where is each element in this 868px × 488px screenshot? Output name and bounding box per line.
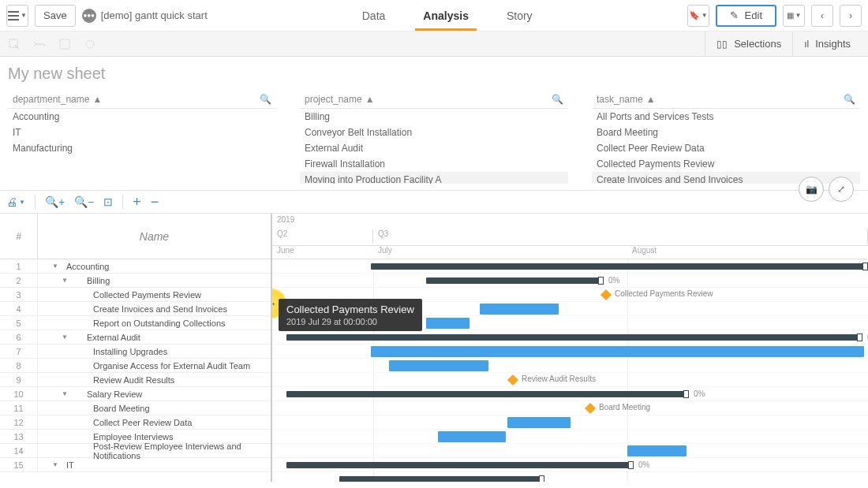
tab-story[interactable]: Story <box>503 0 536 31</box>
milestone-diamond[interactable] <box>507 374 518 386</box>
gantt-row[interactable]: 0% <box>272 387 868 401</box>
table-row[interactable]: 10▼Salary Review <box>0 387 271 401</box>
task-bar[interactable] <box>389 360 488 371</box>
task-bar[interactable] <box>371 346 864 357</box>
gantt-row[interactable] <box>272 415 868 430</box>
step-back-button[interactable] <box>32 36 47 52</box>
gantt-row[interactable] <box>272 472 868 482</box>
clear-selections-button[interactable] <box>57 36 73 52</box>
sort-asc-icon: ▲ <box>92 94 102 105</box>
gantt-row[interactable] <box>272 359 868 373</box>
list-item[interactable]: Billing <box>300 109 568 125</box>
milestone-label: Review Audit Results <box>522 374 596 383</box>
expand-icon[interactable]: ▼ <box>51 263 60 270</box>
gantt-row[interactable]: 0% <box>272 330 868 345</box>
task-bar[interactable] <box>507 417 571 428</box>
gantt-row[interactable]: Board Meeting <box>272 401 868 415</box>
grid-header-name[interactable]: Name <box>38 214 271 259</box>
milestone-diamond[interactable] <box>585 403 596 414</box>
sheets-button[interactable]: ▦▼ <box>783 5 805 27</box>
table-row[interactable]: 5Report on Outstanding Collections <box>0 316 271 330</box>
bookmark-button[interactable]: 🔖▼ <box>687 5 709 27</box>
list-item[interactable]: External Audit <box>300 140 568 156</box>
insights-button[interactable]: ıl Insights <box>792 32 862 56</box>
table-row[interactable]: 8Organise Access for External Audit Team <box>0 359 271 373</box>
summary-bar[interactable] <box>371 263 868 270</box>
tab-data[interactable]: Data <box>359 0 389 31</box>
filter-header[interactable]: task_name▲ 🔍 <box>592 91 860 109</box>
gantt-row[interactable] <box>272 345 868 359</box>
list-item[interactable]: Moving into Production Facility A <box>300 172 568 184</box>
menu-button[interactable]: ▼ <box>6 5 28 27</box>
grid-header-num[interactable]: # <box>0 214 38 259</box>
table-row[interactable]: 7Installing Upgrades <box>0 345 271 359</box>
expand-icon[interactable]: ▼ <box>60 277 69 284</box>
task-bar[interactable] <box>426 318 470 329</box>
list-item[interactable]: Board Meeting <box>592 125 860 140</box>
list-item[interactable]: All Ports and Services Tests <box>592 109 860 125</box>
table-row[interactable]: 9Review Audit Results <box>0 373 271 387</box>
table-row[interactable]: 6▼External Audit <box>0 330 271 345</box>
sheet-title[interactable]: My new sheet <box>8 65 860 83</box>
table-row[interactable]: 15▼IT <box>0 458 271 472</box>
table-row[interactable]: 4Create Invoices and Send Invoices <box>0 302 271 316</box>
step-forward-button[interactable] <box>82 36 98 52</box>
expand-icon[interactable]: ▼ <box>60 390 69 397</box>
gantt-timeline[interactable]: 2019 Q2 Q3 June July August 0%0%Collecte… <box>272 214 868 482</box>
app-icon: ●●● <box>82 9 96 23</box>
expand-icon[interactable]: ▼ <box>60 333 69 341</box>
table-row[interactable]: 2▼Billing <box>0 274 271 288</box>
task-bar[interactable] <box>627 445 687 456</box>
list-item[interactable]: Accounting <box>8 109 276 125</box>
task-tooltip: Collected Payments Review 2019 Jul 29 at… <box>279 299 422 331</box>
list-item[interactable]: Manufacturing <box>8 140 276 156</box>
table-row[interactable]: 1▼Accounting <box>0 259 271 274</box>
summary-bar[interactable] <box>286 334 862 341</box>
list-item[interactable]: Collect Peer Review Data <box>592 140 860 156</box>
expand-icon[interactable]: ▼ <box>51 461 60 468</box>
task-bar[interactable] <box>438 431 506 442</box>
next-sheet-button[interactable]: › <box>840 5 862 27</box>
gantt-row[interactable] <box>272 444 868 458</box>
tab-analysis[interactable]: Analysis <box>420 0 472 31</box>
summary-bar[interactable] <box>426 278 604 284</box>
zoom-fit-button[interactable]: ⊡ <box>103 196 113 208</box>
prev-sheet-button[interactable]: ‹ <box>811 5 833 27</box>
gantt-row[interactable]: Review Audit Results <box>272 373 868 387</box>
gantt-row[interactable]: 0% <box>272 259 868 274</box>
edit-button[interactable]: ✎Edit <box>716 5 776 27</box>
save-button[interactable]: Save <box>35 5 76 27</box>
list-item[interactable]: Collected Payments Review <box>592 156 860 172</box>
gantt-row[interactable]: 0% <box>272 274 868 288</box>
selections-tool-button[interactable]: ▯▯ Selections <box>705 32 792 56</box>
snapshot-button[interactable]: 📷 <box>799 177 824 202</box>
fullscreen-button[interactable]: ⤢ <box>829 177 854 202</box>
smart-search-button[interactable] <box>6 36 22 52</box>
expand-all-button[interactable]: + <box>133 194 141 210</box>
list-item[interactable]: Conveyor Belt Installation <box>300 125 568 140</box>
summary-bar[interactable] <box>286 391 689 397</box>
filter-header[interactable]: project_name▲ 🔍 <box>300 91 568 109</box>
collapse-all-button[interactable]: − <box>151 194 159 210</box>
filter-header[interactable]: department_name▲ 🔍 <box>8 91 276 109</box>
gantt-row[interactable] <box>272 430 868 444</box>
task-bar[interactable] <box>480 304 559 315</box>
search-icon[interactable]: 🔍 <box>844 94 855 105</box>
print-button[interactable]: 🖨▼ <box>6 196 25 208</box>
zoom-out-button[interactable]: 🔍− <box>74 196 94 208</box>
zoom-in-button[interactable]: 🔍+ <box>45 196 65 208</box>
list-item[interactable]: Firewall Installation <box>300 156 568 172</box>
milestone-diamond[interactable] <box>600 289 612 300</box>
list-item[interactable]: IT <box>8 125 276 140</box>
camera-icon: 📷 <box>806 184 817 195</box>
summary-bar[interactable] <box>286 462 634 468</box>
table-row[interactable]: 11Board Meeting <box>0 401 271 415</box>
summary-bar[interactable] <box>339 476 544 482</box>
table-row[interactable]: 3Collected Payments Review <box>0 288 271 302</box>
search-icon[interactable]: 🔍 <box>552 94 563 105</box>
search-icon[interactable]: 🔍 <box>260 94 271 105</box>
table-row[interactable]: 12Collect Peer Review Data <box>0 415 271 430</box>
view-tabs: Data Analysis Story <box>214 0 681 31</box>
gantt-row[interactable]: 0% <box>272 458 868 472</box>
table-row[interactable]: 14Post-Review Employee Interviews and No… <box>0 444 271 458</box>
